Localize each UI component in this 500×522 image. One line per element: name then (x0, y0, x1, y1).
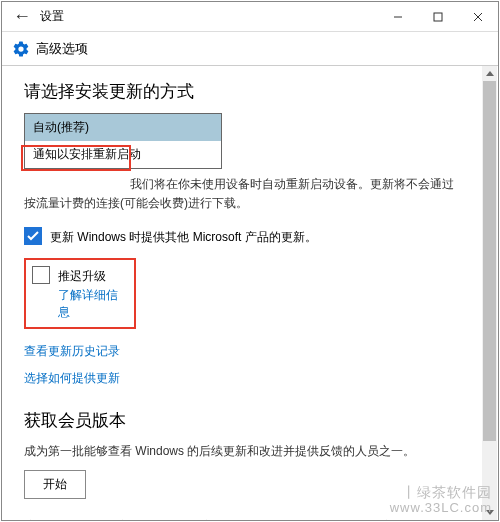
learn-more-link[interactable]: 了解详细信息 (58, 287, 124, 321)
checkbox-microsoft-products[interactable]: 更新 Windows 时提供其他 Microsoft 产品的更新。 (24, 227, 478, 246)
close-icon (473, 12, 483, 22)
minimize-button[interactable] (378, 2, 418, 32)
checkbox-microsoft-label: 更新 Windows 时提供其他 Microsoft 产品的更新。 (50, 227, 317, 246)
insider-note: 注意: Windows 更新在检查其他更新时，可能会先对自己进行自动更新。 (24, 517, 478, 520)
window-title: 设置 (40, 8, 64, 25)
maximize-button[interactable] (418, 2, 458, 32)
back-arrow-icon: ← (13, 6, 31, 27)
highlight-frame-notify (21, 145, 131, 171)
delivery-options-link[interactable]: 选择如何提供更新 (24, 370, 478, 387)
gear-icon (12, 40, 30, 58)
insider-description: 成为第一批能够查看 Windows 的后续更新和改进并提供反馈的人员之一。 (24, 442, 478, 461)
watermark-line1: 丨绿茶软件园 (390, 484, 492, 501)
close-button[interactable] (458, 2, 498, 32)
checkbox-unchecked-icon (32, 266, 50, 284)
checkbox-checked-icon (24, 227, 42, 245)
watermark: 丨绿茶软件园 www.33LC.com (390, 484, 492, 516)
maximize-icon (433, 12, 443, 22)
section-insider-title: 获取会员版本 (24, 409, 478, 432)
svg-rect-1 (434, 13, 442, 21)
dropdown-selected[interactable]: 自动(推荐) (25, 114, 221, 141)
minimize-icon (393, 12, 403, 22)
page-header: 高级选项 (2, 32, 498, 66)
window-controls (378, 2, 498, 32)
section-install-title: 请选择安装更新的方式 (24, 80, 478, 103)
install-description: 我们将在你未使用设备时自动重新启动设备。更新将不会通过按流量计费的连接(可能会收… (24, 175, 478, 213)
page-title: 高级选项 (36, 40, 88, 58)
back-button[interactable]: ← (8, 3, 36, 31)
checkbox-defer-label: 推迟升级 (58, 266, 106, 285)
content-area: 请选择安装更新的方式 自动(推荐) 通知以安排重新启动 我们将在你未使用设备时自… (2, 66, 498, 520)
window-titlebar: ← 设置 (2, 2, 498, 32)
checkbox-defer-upgrade[interactable]: 推迟升级 (32, 266, 124, 285)
view-history-link[interactable]: 查看更新历史记录 (24, 343, 478, 360)
watermark-line2: www.33LC.com (390, 500, 492, 516)
start-button[interactable]: 开始 (24, 470, 86, 499)
highlight-frame-defer: 推迟升级 了解详细信息 (24, 258, 136, 329)
